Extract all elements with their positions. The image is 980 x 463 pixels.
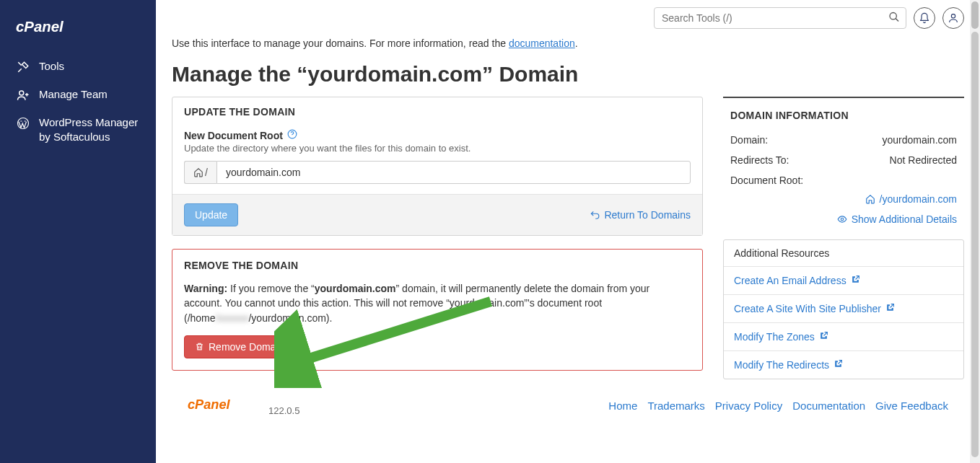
resource-item: Modify The Redirects [724, 351, 963, 379]
resource-link-site-publisher[interactable]: Create A Site With Site Publisher [734, 303, 895, 314]
footer-link-documentation[interactable]: Documentation [792, 400, 865, 412]
footer-link-privacy[interactable]: Privacy Policy [715, 400, 782, 412]
version-text: 122.0.5 [268, 405, 299, 416]
scrollbar-thumb[interactable] [971, 32, 979, 457]
search-wrap [654, 7, 906, 29]
resources-panel: Additional Resources Create An Email Add… [723, 239, 964, 379]
bell-icon [919, 12, 930, 24]
doc-root-hint: Update the directory where you want the … [184, 143, 691, 154]
notifications-button[interactable] [914, 7, 935, 29]
doc-root-group: / [184, 161, 691, 184]
info-row-docroot: Document Root: [723, 170, 964, 190]
doc-root-prefix: / [184, 161, 216, 184]
footer-link-feedback[interactable]: Give Feedback [875, 400, 948, 412]
footer: cPanel 122.0.5 Home Trademarks Privacy P… [172, 379, 964, 423]
update-button[interactable]: Update [184, 203, 238, 226]
cpanel-footer-logo-icon: cPanel [188, 395, 264, 414]
new-doc-root-label: New Document Root [184, 129, 297, 141]
sidebar-item-label: Tools [39, 59, 64, 74]
remove-warning-text: Warning: If you remove the “yourdomain.c… [184, 281, 691, 325]
external-link-icon [885, 303, 895, 314]
update-domain-panel: UPDATE THE DOMAIN New Document Root Upda… [172, 97, 703, 236]
account-button[interactable] [942, 7, 964, 29]
remove-panel-heading: REMOVE THE DOMAIN [184, 260, 691, 271]
footer-link-home[interactable]: Home [608, 400, 637, 412]
content: Use this interface to manage your domain… [156, 35, 980, 431]
intro-text: Use this interface to manage your domain… [172, 38, 964, 49]
search-input[interactable] [654, 7, 906, 29]
sidebar: cPanel Tools Manage Team WordPress Manag… [0, 0, 156, 463]
resource-link-email[interactable]: Create An Email Address [734, 275, 860, 286]
sidebar-item-label: WordPress Manager by Softaculous [39, 115, 140, 145]
svg-point-4 [951, 14, 955, 18]
user-icon [948, 12, 959, 24]
resource-link-redirects[interactable]: Modify The Redirects [734, 359, 843, 371]
search-icon[interactable] [888, 12, 900, 25]
external-link-icon [834, 359, 843, 371]
footer-links: Home Trademarks Privacy Policy Documenta… [608, 400, 948, 412]
scrollbar[interactable] [970, 0, 980, 463]
help-icon[interactable] [287, 129, 297, 141]
side-divider [723, 97, 964, 98]
info-row-domain: Domain: yourdomain.com [723, 130, 964, 150]
domain-info-heading: DOMAIN INFORMATION [723, 105, 964, 130]
scrollbar-thumb-top[interactable] [971, 1, 979, 29]
topbar [156, 0, 980, 35]
svg-point-6 [841, 218, 844, 221]
footer-logo: cPanel 122.0.5 [188, 395, 299, 416]
sidebar-item-tools[interactable]: Tools [0, 53, 156, 81]
svg-text:cPanel: cPanel [188, 397, 230, 412]
home-icon [193, 167, 204, 177]
main-area: Use this interface to manage your domain… [156, 0, 980, 463]
show-additional-details-link[interactable]: Show Additional Details [837, 213, 957, 225]
cpanel-logo: cPanel [0, 7, 156, 53]
documentation-link[interactable]: documentation [509, 38, 575, 49]
resource-link-zones[interactable]: Modify The Zones [734, 331, 828, 343]
home-icon [865, 194, 875, 204]
eye-icon [837, 214, 847, 224]
sidebar-item-manage-team[interactable]: Manage Team [0, 81, 156, 109]
docroot-link[interactable]: /yourdomain.com [865, 193, 957, 205]
tools-icon [16, 60, 30, 74]
return-to-domains-link[interactable]: Return To Domains [590, 209, 691, 221]
trash-icon [195, 342, 204, 351]
svg-text:cPanel: cPanel [16, 19, 64, 35]
return-icon [590, 210, 600, 220]
page-title: Manage the “yourdomain.com” Domain [172, 62, 964, 87]
resource-item: Modify The Zones [724, 323, 963, 351]
resource-item: Create A Site With Site Publisher [724, 295, 963, 323]
sidebar-item-label: Manage Team [39, 87, 108, 102]
footer-link-trademarks[interactable]: Trademarks [647, 400, 704, 412]
info-row-redirects: Redirects To: Not Redirected [723, 150, 964, 170]
wordpress-icon [16, 116, 30, 131]
team-icon [16, 88, 30, 102]
svg-point-3 [890, 13, 896, 19]
external-link-icon [819, 331, 828, 343]
sidebar-item-wordpress[interactable]: WordPress Manager by Softaculous [0, 109, 156, 151]
resource-item: Create An Email Address [724, 267, 963, 295]
remove-domain-button[interactable]: Remove Domain [184, 335, 294, 358]
doc-root-input[interactable] [216, 161, 691, 184]
update-panel-heading: UPDATE THE DOMAIN [172, 97, 702, 126]
remove-domain-panel: REMOVE THE DOMAIN Warning: If you remove… [172, 249, 703, 371]
svg-point-1 [19, 91, 24, 95]
resources-heading: Additional Resources [724, 240, 963, 267]
external-link-icon [851, 275, 860, 286]
